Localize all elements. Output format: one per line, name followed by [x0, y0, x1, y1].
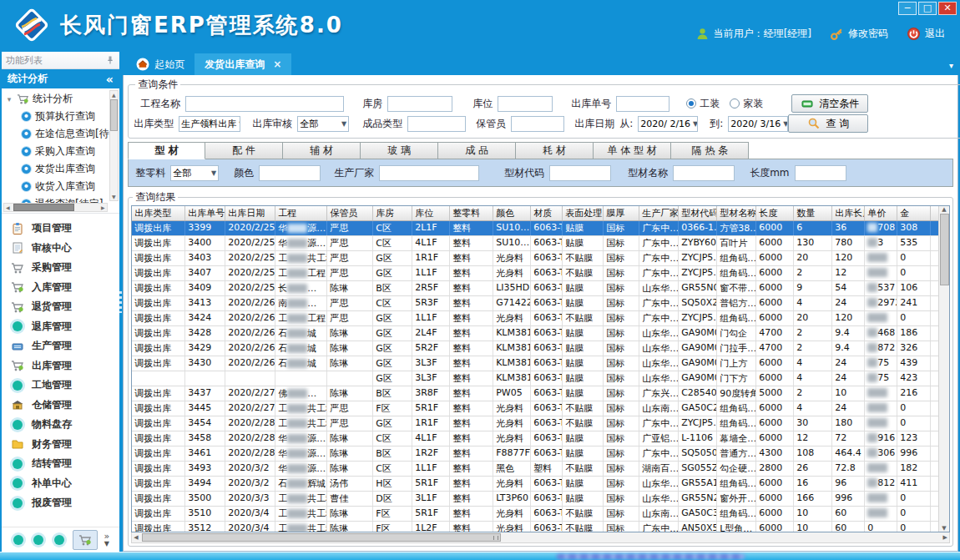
grid-vertical-scrollbar[interactable]: ▲ ▼	[938, 206, 949, 532]
column-header[interactable]: 工程	[275, 206, 327, 220]
table-row[interactable]: 调拨出库34032020/2/25工共工程严思G区1R1F整料光身料6063-T…	[132, 251, 938, 266]
table-row[interactable]: 调拨出库34582020/2/28华源…陈琳C区4L1F整料光身料6063-T5…	[132, 431, 938, 446]
warehouse-input[interactable]	[387, 96, 452, 112]
tree-item[interactable]: 退库管理[待定]	[5, 213, 109, 214]
tree-item[interactable]: 发货出库查询	[5, 160, 109, 178]
table-row[interactable]: 调拨出库34292020/2/26石城陈琳G区5R2F整料KLM38176063…	[132, 341, 938, 356]
table-row[interactable]: 调拨出库34452020/2/27工共工程严思F区5R1F整料光身料6063-T…	[132, 401, 938, 416]
sidebar-module-cart-green[interactable]: 入库管理	[10, 278, 119, 298]
material-tab-7[interactable]: 单 体 型 材	[594, 142, 671, 159]
column-header[interactable]: 库房	[373, 206, 412, 220]
sidebar-module-circle[interactable]: 补单中心	[10, 474, 119, 494]
sidebar-module-cart-green[interactable]: 出库管理	[10, 356, 119, 376]
tree-item[interactable]: 采购入库查询	[5, 143, 109, 160]
logout-link[interactable]: 退出	[907, 27, 945, 41]
scroll-thumb[interactable]	[110, 99, 118, 131]
material-tab-5[interactable]: 成 品	[438, 142, 516, 159]
scroll-up-icon[interactable]: ▲	[942, 206, 946, 213]
scroll-right-icon[interactable]: ▶	[942, 533, 949, 542]
date-to-picker[interactable]: 2020/ 3/16 ▼	[728, 116, 788, 132]
product-type-input[interactable]	[407, 116, 466, 132]
tree-vertical-scrollbar[interactable]: ▲ ▼	[109, 90, 119, 201]
radio-industrial[interactable]: 工装	[686, 97, 720, 111]
radio-home[interactable]: 家装	[730, 97, 763, 111]
table-row[interactable]: 调拨出库34932020/3/2华源…陈琳C区1L1F整料黑色塑料不贴膜国标湖南…	[132, 462, 938, 477]
tree-root[interactable]: ▾ 统计分析	[5, 90, 109, 108]
material-tab-2[interactable]: 配 件	[205, 142, 283, 159]
table-row[interactable]: 调拨出库35102020/3/4工共工程陈琳F区5R1F整料光身料6063-T5…	[132, 507, 938, 522]
table-row[interactable]: 调拨出库34372020/2/27佛…陈琳B区3R8F整料PW056063-T5…	[132, 386, 938, 401]
sidebar-module-warehouse[interactable]: 仓储管理	[10, 396, 119, 416]
table-row[interactable]: 调拨出库34302020/2/26石城陈琳G区3L3F整料KLM38176063…	[132, 356, 938, 371]
keeper-input[interactable]	[511, 116, 564, 132]
order-no-input[interactable]	[616, 96, 669, 112]
radio-industrial-icon[interactable]	[686, 98, 696, 108]
table-row[interactable]: 调拨出库34282020/2/26石城陈琳G区2L4F整料KLM38176063…	[132, 326, 938, 341]
tab-shipment-query[interactable]: 发货出库查询 ×	[195, 53, 291, 75]
sidebar-module-circle[interactable]: 物料盘存	[10, 415, 119, 435]
tree-expander-icon[interactable]: ▾	[5, 95, 13, 103]
project-name-input[interactable]	[185, 96, 344, 112]
sidebar-module-clipboard[interactable]: 项目管理	[10, 219, 119, 239]
column-header[interactable]: 型材代码	[679, 206, 717, 220]
tab-home[interactable]: 起始页	[126, 53, 195, 75]
material-tab-4[interactable]: 玻 璃	[361, 142, 438, 159]
scroll-thumb[interactable]	[142, 533, 502, 542]
tree-item[interactable]: 预算执行查询	[5, 108, 109, 125]
whole-piece-select[interactable]: 全部 ▼	[170, 165, 219, 181]
grid-horizontal-scrollbar[interactable]: ◀ ▶	[131, 532, 950, 543]
column-header[interactable]: 保管员	[327, 206, 373, 220]
column-header[interactable]: 数量	[794, 206, 832, 220]
table-row[interactable]: 调拨出库34132020/2/26南…严思C区5R3F整料G714226063-…	[132, 296, 938, 311]
scroll-up-icon[interactable]: ▲	[110, 91, 118, 98]
scroll-thumb[interactable]	[13, 204, 75, 211]
minimize-button[interactable]: −	[898, 2, 917, 15]
tabstrip-dropdown-icon[interactable]: ▾	[949, 61, 953, 70]
column-header[interactable]: 膜厚	[604, 206, 639, 220]
column-header[interactable]: 单价	[865, 206, 897, 220]
sidebar-module-cart[interactable]: 采购管理	[10, 258, 119, 278]
audit-select[interactable]: 全部 ▼	[297, 116, 349, 132]
clear-conditions-button[interactable]: 清空条件	[791, 94, 868, 113]
column-header[interactable]: 长度	[756, 206, 794, 220]
column-header[interactable]: 生产厂家	[639, 206, 679, 220]
dock-cart-button[interactable]	[73, 530, 98, 550]
sidebar-module-machine[interactable]: 生产管理	[10, 336, 119, 356]
material-tab-3[interactable]: 辅 材	[283, 142, 361, 159]
table-row[interactable]: 调拨出库34002020/2/25华源…严思C区4L1F整料SU10…6063-…	[132, 236, 938, 251]
sidebar-panel-header[interactable]: 统计分析 «	[2, 69, 119, 88]
material-tab-1[interactable]: 型 材	[128, 142, 205, 159]
change-password-link[interactable]: 修改密码	[830, 27, 888, 41]
scroll-right-icon[interactable]: ▶	[99, 204, 107, 211]
color-input[interactable]	[259, 165, 321, 181]
column-header[interactable]: 出库单号	[185, 206, 225, 220]
column-header[interactable]: 出库长度	[832, 206, 865, 220]
tree-item[interactable]: 收货入库查询	[5, 178, 109, 195]
table-row[interactable]: 调拨出库34092020/2/25长…陈琳B区2R5F整料LI35HD6063-…	[132, 281, 938, 296]
column-header[interactable]: 整零料	[450, 206, 493, 220]
scroll-down-icon[interactable]: ▼	[110, 193, 118, 200]
outbound-type-select[interactable]: 生产领料出库 ▼	[179, 116, 240, 132]
column-header[interactable]: 出库类型	[132, 206, 185, 220]
circle-icon[interactable]	[52, 532, 66, 547]
circle-icon[interactable]	[32, 532, 46, 547]
column-header[interactable]: 型材名称	[717, 206, 756, 220]
table-row[interactable]: 调拨出库34612020/2/28华源…陈琳B区1R2F整料F8877FT606…	[132, 446, 938, 462]
maximize-button[interactable]: □	[918, 2, 937, 15]
profile-name-input[interactable]	[673, 165, 735, 181]
sidebar-module-circle[interactable]: 退库管理	[10, 317, 119, 337]
table-row[interactable]: 调拨出库35002020/3/3工共工程曹佳D区3L1F整料LT3P606063…	[132, 492, 938, 507]
scroll-left-icon[interactable]: ◀	[4, 204, 12, 211]
radio-home-icon[interactable]	[730, 98, 740, 108]
circle-icon[interactable]	[11, 532, 25, 547]
column-header[interactable]: 库位	[412, 206, 450, 220]
column-header[interactable]: 材质	[531, 206, 563, 220]
table-row[interactable]: 调拨出库33992020/2/25华源…严思C区2L1F整料SU10…6063-…	[132, 221, 938, 236]
scroll-left-icon[interactable]: ◀	[132, 533, 139, 542]
sidebar-module-circle[interactable]: 工地管理	[10, 376, 119, 396]
sidebar-module-circle[interactable]: 结转管理	[10, 454, 119, 474]
column-header[interactable]: 出库日期	[225, 206, 275, 220]
search-button[interactable]: 查 询	[788, 114, 868, 133]
pin-icon[interactable]	[105, 55, 115, 65]
collapse-icon[interactable]: «	[106, 73, 114, 86]
